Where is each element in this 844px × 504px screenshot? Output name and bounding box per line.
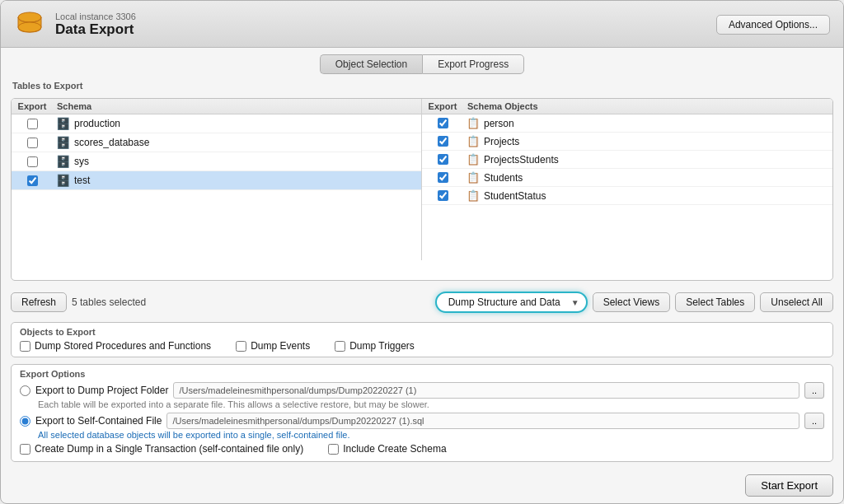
checkbox-dump-stored[interactable] [20, 341, 30, 352]
schema-name-test: test [74, 175, 90, 186]
tab-export-progress[interactable]: Export Progress [422, 54, 524, 74]
checkbox-students[interactable] [438, 172, 448, 183]
left-panel: Export Schema 🗄️ production [12, 99, 422, 260]
objects-section: Objects to Export Dump Stored Procedures… [11, 322, 833, 357]
row-export-production[interactable] [12, 119, 53, 129]
table-row: 🗄️ scores_database [12, 133, 421, 152]
browse-button-self-contained[interactable]: .. [804, 413, 824, 429]
checkbox-test[interactable] [27, 175, 38, 186]
table-row: 🗄️ sys [12, 152, 421, 171]
checkbox-projectsstudents[interactable] [438, 154, 448, 165]
row-schema-students: 📋 Students [463, 170, 832, 184]
table-icon-students: 📋 [467, 171, 480, 184]
checkbox-events[interactable] [236, 341, 246, 352]
label-single-transaction: Create Dump in a Single Transaction (sel… [35, 443, 303, 455]
dump-dropdown[interactable]: Dump Structure and Data Dump Data Only D… [435, 292, 588, 313]
left-export-col-header: Export [12, 101, 53, 111]
checkbox-stored-procedures: Dump Stored Procedures and Functions [20, 340, 211, 352]
schema-icon-production: 🗄️ [56, 117, 70, 130]
refresh-button[interactable]: Refresh [11, 292, 67, 312]
checkbox-studentstatus[interactable] [438, 190, 448, 201]
row-export-person[interactable] [422, 118, 463, 128]
hint-text-project: Each table will be exported into a separ… [38, 399, 824, 409]
row-schema-projectsstudents: 📋 ProjectsStudents [463, 152, 832, 166]
database-icon [14, 9, 45, 40]
checkbox-single-transaction: Create Dump in a Single Transaction (sel… [20, 443, 303, 455]
checkbox-scores[interactable] [27, 138, 38, 148]
main-window: Local instance 3306 Data Export Advanced… [0, 0, 844, 504]
checkbox-triggers[interactable] [335, 341, 345, 352]
export-option-1-row: Export to Dump Project Folder .. [20, 382, 824, 399]
schema-name-person: person [484, 118, 514, 129]
path-input-project[interactable] [173, 382, 799, 399]
browse-button-project[interactable]: .. [804, 382, 824, 399]
right-export-col-header: Export [422, 101, 463, 111]
selected-count: 5 tables selected [72, 296, 430, 308]
title-main: Data Export [55, 21, 136, 38]
toolbar-row: Refresh 5 tables selected Dump Structure… [11, 287, 833, 315]
schema-name-scores: scores_database [74, 137, 149, 148]
radio-self-contained: Export to Self-Contained File [20, 413, 162, 428]
checkbox-sys[interactable] [27, 156, 38, 167]
content-area: Tables to Export Export Schema 🗄️ pro [1, 79, 843, 470]
advanced-options-button[interactable]: Advanced Options... [716, 15, 830, 35]
title-subtitle: Local instance 3306 [55, 12, 136, 21]
title-text: Local instance 3306 Data Export [55, 12, 136, 38]
schema-name-sys: sys [74, 156, 89, 167]
table-icon-projects: 📋 [467, 135, 480, 147]
footer: Start Export [1, 470, 843, 503]
right-col-header: Export Schema Objects [422, 99, 832, 114]
row-schema-studentstatus: 📋 StudentStatus [463, 189, 832, 203]
left-col-header: Export Schema [12, 99, 421, 114]
tabs-bar: Object Selection Export Progress [1, 48, 843, 79]
label-events: Dump Events [251, 340, 310, 352]
path-input-self-contained[interactable] [166, 413, 799, 429]
row-export-test[interactable] [12, 175, 53, 186]
schema-name-studentstatus: StudentStatus [484, 190, 546, 202]
label-self-contained: Export to Self-Contained File [35, 415, 162, 427]
row-schema-scores: 🗄️ scores_database [53, 135, 421, 150]
start-export-button[interactable]: Start Export [745, 474, 833, 497]
left-table-rows: 🗄️ production 🗄️ scores_database [12, 114, 421, 260]
tab-object-selection[interactable]: Object Selection [320, 54, 422, 74]
label-include-schema: Include Create Schema [343, 443, 446, 455]
tables-section-label: Tables to Export [11, 79, 833, 91]
schema-icon-scores: 🗄️ [56, 136, 70, 149]
table-row: 🗄️ production [12, 114, 421, 133]
row-export-projects[interactable] [422, 136, 463, 147]
table-row: 📋 Students [422, 169, 832, 187]
select-views-button[interactable]: Select Views [593, 292, 670, 312]
radio-self-contained-input[interactable] [20, 416, 30, 427]
checkbox-dump-triggers: Dump Triggers [335, 340, 415, 352]
schema-name-production: production [74, 118, 120, 129]
schema-icon-sys: 🗄️ [56, 155, 70, 168]
schema-name-students: Students [484, 172, 523, 184]
right-panel: Export Schema Objects 📋 person [422, 99, 832, 260]
row-export-students[interactable] [422, 172, 463, 183]
svg-point-1 [18, 22, 41, 32]
row-export-scores[interactable] [12, 138, 53, 148]
checkbox-projects[interactable] [438, 136, 448, 147]
unselect-all-button[interactable]: Unselect All [760, 292, 833, 312]
checkbox-include-schema-input[interactable] [328, 444, 339, 455]
select-tables-button[interactable]: Select Tables [675, 292, 755, 312]
table-row-selected: 🗄️ test [12, 171, 421, 190]
row-export-projectsstudents[interactable] [422, 154, 463, 165]
checkbox-include-create-schema: Include Create Schema [328, 443, 446, 455]
checkbox-person[interactable] [438, 118, 448, 128]
checkbox-single-transaction-input[interactable] [20, 444, 30, 455]
row-schema-sys: 🗄️ sys [53, 154, 421, 169]
radio-dump-project-input[interactable] [20, 385, 30, 396]
tables-section: Export Schema 🗄️ production [11, 98, 833, 281]
checkbox-production[interactable] [27, 119, 38, 129]
row-schema-person: 📋 person [463, 116, 832, 130]
left-schema-col-header: Schema [53, 101, 421, 111]
table-row: 📋 StudentStatus [422, 187, 832, 205]
right-table-rows: 📋 person 📋 Projects [422, 114, 832, 260]
label-dump-project: Export to Dump Project Folder [35, 385, 168, 396]
objects-checkboxes-row: Dump Stored Procedures and Functions Dum… [20, 340, 824, 352]
row-export-sys[interactable] [12, 156, 53, 167]
row-export-studentstatus[interactable] [422, 190, 463, 201]
table-row: 📋 Projects [422, 133, 832, 151]
objects-section-label: Objects to Export [20, 327, 824, 337]
